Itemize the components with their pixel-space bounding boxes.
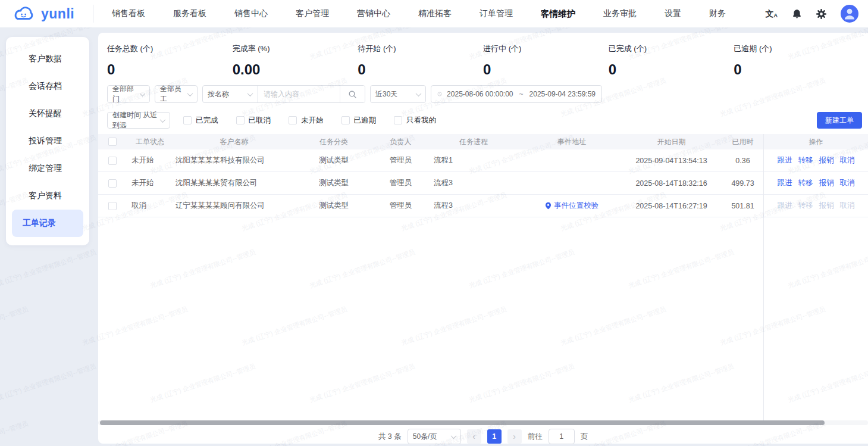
date-preset-value: 近30天	[375, 89, 397, 99]
action-link-3[interactable]: 报销	[819, 155, 834, 166]
row-checkbox[interactable]	[108, 202, 117, 210]
location-pin-icon	[545, 202, 551, 210]
sidebar-item-5[interactable]: 绑定管理	[12, 155, 83, 182]
bell-glyph	[792, 9, 802, 19]
translate-a: A	[774, 13, 778, 18]
column-header-elapsed: 已用时	[717, 137, 768, 147]
prev-page-button[interactable]: ‹	[467, 429, 481, 444]
checkbox-box	[183, 116, 192, 124]
nav-item-10[interactable]: 设置	[665, 8, 681, 19]
select-all-cell	[98, 138, 127, 146]
row-checkbox[interactable]	[108, 157, 117, 165]
column-header-customer: 客户名称	[173, 137, 295, 147]
nav-item-3[interactable]: 销售中心	[234, 8, 268, 19]
action-link-1[interactable]: 跟进	[778, 178, 792, 188]
cell-customer: 沈阳某某某某贸有限公司	[173, 178, 295, 188]
cell-category: 测试类型	[295, 201, 372, 211]
bell-icon[interactable]	[792, 9, 802, 19]
stat-value: 0	[609, 61, 734, 78]
cell-status: 取消	[127, 201, 173, 211]
nav-item-1[interactable]: 销售看板	[112, 8, 145, 19]
cell-process: 流程3	[429, 201, 518, 211]
cell-start: 2025-08-14T16:27:19	[625, 202, 717, 210]
chevron-down-icon	[450, 433, 456, 439]
employee-select[interactable]: 全部员工	[155, 85, 198, 103]
translate-icon[interactable]: 文A	[766, 10, 778, 18]
filter-checkbox-2[interactable]: 已取消	[236, 116, 271, 126]
search-button[interactable]	[340, 86, 365, 102]
goto-label: 前往	[528, 432, 543, 442]
stat-label: 已完成 (个)	[609, 43, 734, 54]
nav-item-5[interactable]: 营销中心	[357, 8, 390, 19]
table-row: 未开始沈阳某某某某科技有限公司测试类型管理员流程12025-09-04T13:5…	[98, 149, 768, 172]
filter-checkbox-4[interactable]: 已逾期	[341, 116, 377, 126]
sidebar-item-7[interactable]: 工单记录	[12, 210, 83, 237]
action-link-3[interactable]: 报销	[819, 178, 834, 188]
table-header: 工单状态客户名称任务分类负责人任务进程事件地址开始日期已用时	[98, 134, 768, 149]
row-checkbox[interactable]	[108, 179, 117, 188]
chevron-down-icon	[160, 117, 166, 123]
scrollbar-thumb[interactable]	[100, 420, 825, 425]
action-link-1[interactable]: 跟进	[778, 155, 792, 166]
gear-icon[interactable]	[816, 9, 826, 19]
nav-item-8[interactable]: 客情维护	[541, 8, 575, 20]
cell-start: 2025-09-04T13:54:13	[625, 157, 717, 165]
sidebar-item-6[interactable]: 客户资料	[12, 182, 83, 210]
nav-item-7[interactable]: 订单管理	[480, 8, 513, 19]
action-row: 跟进转移报销取消	[764, 149, 868, 172]
cell-process: 流程1	[429, 155, 518, 166]
stat-value: 0.00	[233, 61, 358, 78]
next-page-button[interactable]: ›	[507, 429, 522, 444]
sidebar-item-1[interactable]: 客户数据	[12, 45, 83, 73]
goto-page-input[interactable]	[549, 429, 575, 444]
chevron-down-icon	[416, 91, 422, 96]
search-input[interactable]	[258, 86, 340, 102]
row-select-cell	[98, 202, 127, 210]
sidebar-item-4[interactable]: 投诉管理	[12, 127, 83, 155]
employee-value: 全部员工	[160, 84, 188, 104]
translate-zh: 文	[766, 10, 774, 18]
status-checkboxes: 已完成已取消未开始已逾期只看我的	[183, 116, 436, 126]
nav-item-9[interactable]: 业务审批	[603, 8, 637, 19]
table-scroll-area: 工单状态客户名称任务分类负责人任务进程事件地址开始日期已用时 未开始沈阳某某某某…	[98, 134, 768, 217]
action-link-4[interactable]: 取消	[840, 178, 855, 188]
new-workorder-button[interactable]: 新建工单	[817, 112, 862, 129]
stat-card-6: 已逾期 (个)0	[734, 43, 859, 78]
search-type-select[interactable]: 按名称	[203, 86, 258, 102]
department-select[interactable]: 全部部门	[107, 85, 150, 103]
checkbox-box	[341, 116, 350, 124]
cell-category: 测试类型	[295, 155, 372, 166]
select-all-checkbox[interactable]	[108, 138, 117, 146]
watermark-text: 光成 (辽宁) 企业管理有限公司--管理员	[0, 419, 30, 446]
checkbox-label: 未开始	[301, 116, 324, 126]
action-link-2[interactable]: 转移	[798, 178, 813, 188]
action-link-4[interactable]: 取消	[840, 155, 855, 166]
filter-checkbox-1[interactable]: 已完成	[183, 116, 218, 126]
filter-checkbox-3[interactable]: 未开始	[289, 116, 324, 126]
checkbox-label: 已完成	[196, 116, 218, 126]
date-separator: ~	[518, 90, 525, 98]
sort-select[interactable]: 创建时间 从近到远	[107, 112, 170, 129]
cell-address: 事件位置校验	[518, 201, 625, 211]
cell-elapsed: 499.73	[717, 179, 768, 188]
top-navbar: yunli 销售看板服务看板销售中心客户管理营销中心精准拓客订单管理客情维护业务…	[0, 0, 868, 27]
nav-item-6[interactable]: 精准拓客	[418, 8, 452, 19]
event-address-link[interactable]: 事件位置校验	[545, 201, 598, 211]
page-size-select[interactable]: 50条/页	[408, 429, 461, 444]
filter-checkbox-5[interactable]: 只看我的	[394, 116, 436, 126]
checkbox-label: 只看我的	[406, 116, 436, 126]
date-range-picker[interactable]: 2025-08-06 00:00:00 ~ 2025-09-04 23:59:5…	[431, 85, 602, 103]
toolbar: 创建时间 从近到远 已完成已取消未开始已逾期只看我的 新建工单	[107, 112, 862, 129]
action-link-2[interactable]: 转移	[798, 155, 813, 166]
chevron-down-icon	[140, 91, 146, 96]
cell-customer: 沈阳某某某某科技有限公司	[173, 155, 295, 166]
page-number-1[interactable]: 1	[487, 429, 502, 444]
sidebar-item-3[interactable]: 关怀提醒	[12, 100, 83, 127]
nav-item-2[interactable]: 服务看板	[173, 8, 206, 19]
nav-item-11[interactable]: 财务	[709, 8, 726, 19]
brand-logo[interactable]: yunli	[0, 5, 94, 23]
nav-item-4[interactable]: 客户管理	[296, 8, 329, 19]
sidebar-item-2[interactable]: 会话存档	[12, 73, 83, 100]
avatar[interactable]	[841, 5, 858, 23]
date-preset-select[interactable]: 近30天	[370, 85, 426, 103]
